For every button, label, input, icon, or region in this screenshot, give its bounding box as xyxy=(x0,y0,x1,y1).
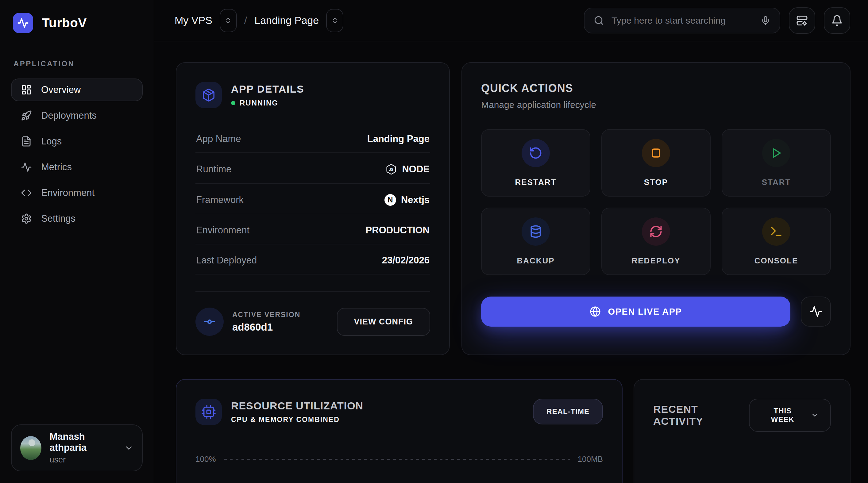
refresh-icon xyxy=(642,218,670,246)
sidebar-item-label: Settings xyxy=(41,213,75,224)
app-details-card: APP DETAILS RUNNING App Name Landing Pag… xyxy=(176,62,450,355)
sidebar-nav: Overview Deployments Logs Metrics Enviro… xyxy=(11,78,143,230)
chart-gridline-top: 100% 100MB xyxy=(195,454,603,464)
topbar: My VPS / Landing Page xyxy=(154,0,868,41)
status-badge: RUNNING xyxy=(231,99,304,107)
action-label: CONSOLE xyxy=(754,256,798,265)
search-input[interactable] xyxy=(612,15,753,26)
action-label: BACKUP xyxy=(517,256,554,265)
sidebar-item-deployments[interactable]: Deployments xyxy=(11,104,143,127)
user-role: user xyxy=(50,455,116,464)
detail-value: 23/02/2026 xyxy=(382,255,430,266)
detail-label: Environment xyxy=(196,225,249,236)
user-name: Manash athparia xyxy=(50,431,116,453)
brand: TurboV xyxy=(11,13,143,33)
sidebar-item-label: Metrics xyxy=(41,162,72,173)
action-label: RESTART xyxy=(515,178,557,187)
active-version-label: ACTIVE VERSION xyxy=(232,311,300,319)
project-selector-button[interactable] xyxy=(220,9,237,32)
action-label: START xyxy=(762,178,791,187)
start-button[interactable]: START xyxy=(722,129,831,197)
sidebar-section-label: APPLICATION xyxy=(13,60,143,68)
backup-button[interactable]: BACKUP xyxy=(481,207,590,275)
breadcrumb-app[interactable]: Landing Page xyxy=(254,14,319,26)
search-bar[interactable] xyxy=(584,8,780,33)
recent-activity-title: RECENT ACTIVITY xyxy=(653,403,749,427)
recent-activity-header: RECENT ACTIVITY THIS WEEK xyxy=(653,399,831,432)
user-meta: Manash athparia user xyxy=(50,431,116,464)
detail-row-framework: Framework N Nextjs xyxy=(195,184,430,214)
activity-filter-dropdown[interactable]: THIS WEEK xyxy=(749,399,831,432)
server-settings-button[interactable] xyxy=(789,7,815,34)
app-selector-button[interactable] xyxy=(326,9,343,32)
detail-row-environment: Environment PRODUCTION xyxy=(195,214,430,245)
user-menu[interactable]: Manash athparia user xyxy=(11,424,143,471)
detail-row-runtime: Runtime JS NODE xyxy=(195,153,430,184)
detail-value: Landing Page xyxy=(367,133,430,144)
health-monitor-button[interactable] xyxy=(801,296,831,327)
activity-icon xyxy=(809,305,822,318)
brand-logo-icon xyxy=(13,13,33,33)
active-version-value: ad860d1 xyxy=(232,321,300,333)
divider xyxy=(195,275,430,292)
chevron-down-icon xyxy=(124,444,133,453)
realtime-badge: REAL-TIME xyxy=(533,399,603,424)
stop-icon xyxy=(642,139,670,167)
sidebar-item-environment[interactable]: Environment xyxy=(11,182,143,204)
quick-actions-grid: RESTART STOP START xyxy=(481,129,831,275)
recent-activity-card: RECENT ACTIVITY THIS WEEK xyxy=(633,379,850,483)
sidebar-item-label: Logs xyxy=(41,136,62,147)
y-axis-right-label: 100MB xyxy=(578,454,603,464)
action-label: REDEPLOY xyxy=(631,256,680,265)
activity-filter-label: THIS WEEK xyxy=(761,407,804,424)
breadcrumb-separator: / xyxy=(244,14,247,26)
restart-button[interactable]: RESTART xyxy=(481,129,590,197)
app-details-title: APP DETAILS xyxy=(231,83,304,95)
open-live-app-button[interactable]: OPEN LIVE APP xyxy=(481,296,790,327)
resource-utilization-card: RESOURCE UTILIZATION CPU & MEMORY COMBIN… xyxy=(176,379,623,483)
quick-actions-subtitle: Manage application lifecycle xyxy=(481,100,831,110)
file-text-icon xyxy=(21,136,32,147)
detail-row-app-name: App Name Landing Page xyxy=(195,123,430,153)
microphone-icon[interactable] xyxy=(761,15,770,26)
git-commit-icon xyxy=(195,308,224,336)
sidebar-item-overview[interactable]: Overview xyxy=(11,78,143,101)
stop-button[interactable]: STOP xyxy=(601,129,711,197)
sidebar-item-metrics[interactable]: Metrics xyxy=(11,156,143,179)
bell-icon xyxy=(831,15,843,26)
detail-label: Framework xyxy=(196,194,244,205)
rocket-icon xyxy=(21,110,32,121)
nodejs-icon: JS xyxy=(385,163,397,175)
resource-utilization-subtitle: CPU & MEMORY COMBINED xyxy=(231,416,363,424)
resource-utilization-header: RESOURCE UTILIZATION CPU & MEMORY COMBIN… xyxy=(195,399,603,425)
brand-name: TurboV xyxy=(42,15,87,30)
detail-label: Runtime xyxy=(196,164,231,175)
play-icon xyxy=(762,139,790,167)
redeploy-button[interactable]: REDEPLOY xyxy=(601,207,711,275)
view-config-button[interactable]: VIEW CONFIG xyxy=(337,308,431,336)
y-axis-left-label: 100% xyxy=(195,454,216,464)
action-label: STOP xyxy=(644,178,668,187)
sidebar-item-logs[interactable]: Logs xyxy=(11,130,143,153)
nextjs-icon: N xyxy=(384,194,396,206)
globe-icon xyxy=(590,306,601,317)
breadcrumb-project[interactable]: My VPS xyxy=(175,14,212,26)
resource-utilization-title: RESOURCE UTILIZATION xyxy=(231,400,363,412)
dashboard-icon xyxy=(21,84,32,95)
console-button[interactable]: CONSOLE xyxy=(722,207,831,275)
svg-text:JS: JS xyxy=(389,167,394,172)
resource-utilization-titles: RESOURCE UTILIZATION CPU & MEMORY COMBIN… xyxy=(195,399,363,425)
sidebar-item-settings[interactable]: Settings xyxy=(11,207,143,230)
detail-value: PRODUCTION xyxy=(366,225,430,236)
notifications-button[interactable] xyxy=(824,7,850,34)
running-status-dot xyxy=(231,101,235,105)
gear-icon xyxy=(21,213,32,224)
avatar xyxy=(20,436,41,460)
sidebar-item-label: Deployments xyxy=(41,110,97,121)
search-icon xyxy=(594,15,604,26)
package-icon xyxy=(195,82,222,108)
dashed-gridline xyxy=(224,459,570,460)
sidebar: TurboV APPLICATION Overview Deployments … xyxy=(0,0,154,483)
active-version-row: ACTIVE VERSION ad860d1 VIEW CONFIG xyxy=(195,308,430,336)
detail-label: Last Deployed xyxy=(196,255,257,266)
